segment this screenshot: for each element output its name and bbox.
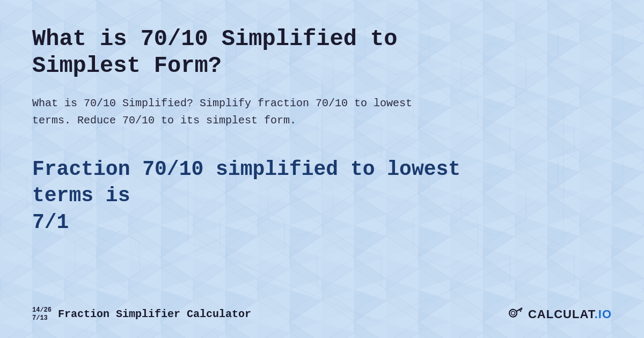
result-section: Fraction 70/10 simplified to lowest term…: [32, 156, 612, 236]
result-text: Fraction 70/10 simplified to lowest term…: [32, 156, 494, 236]
page-description: What is 70/10 Simplified? Simplify fract…: [32, 95, 494, 129]
page-title: What is 70/10 Simplified to Simplest For…: [32, 26, 515, 80]
description-line2: terms. Reduce 70/10 to its simplest form…: [32, 114, 296, 127]
description-line1: What is 70/10 Simplified? Simplify fract…: [32, 97, 412, 109]
result-line1: Fraction 70/10 simplified to lowest term…: [32, 158, 460, 207]
page-content: What is 70/10 Simplified to Simplest For…: [0, 0, 644, 338]
result-line2: 7/1: [32, 211, 69, 234]
